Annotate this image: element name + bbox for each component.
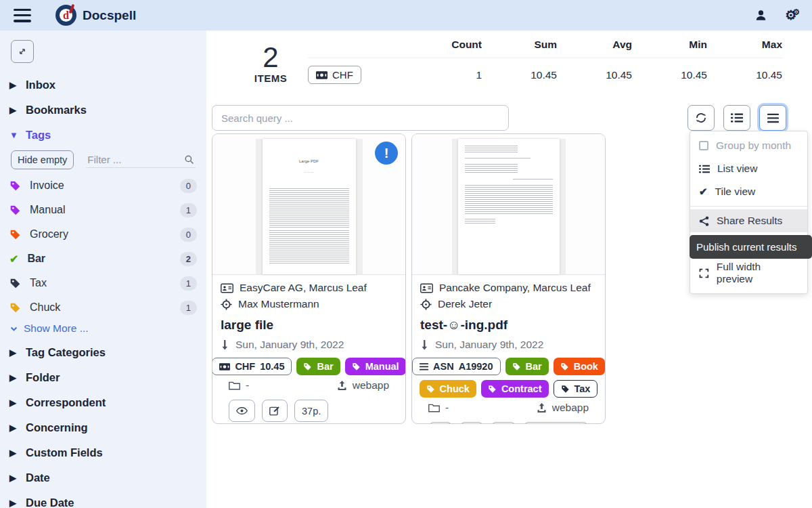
view-item-button[interactable]	[229, 400, 255, 422]
tag-icon	[9, 278, 21, 289]
tag-item-bar-selected[interactable]: ✔ Bar 2	[9, 247, 206, 271]
menu-item-tile-view[interactable]: ✔ Tile view	[690, 180, 807, 203]
tag-badge-chuck[interactable]: Chuck	[420, 380, 476, 398]
document-preview[interactable]: Large PDF — — — !	[212, 134, 405, 275]
folder-value: -	[246, 379, 249, 391]
menu-item-group-by-month[interactable]: Group by month	[690, 134, 807, 157]
item-card-large-file[interactable]: Large PDF — — — ! EasyCare AG, Marcus Le…	[212, 133, 406, 424]
publish-tooltip: Publish current results	[690, 235, 812, 259]
tag-icon	[352, 362, 361, 371]
sidebar-item-inbox[interactable]: ▶ Inbox	[9, 72, 206, 98]
asn-badge: ASNA19920	[412, 358, 500, 375]
chevron-right-icon: ▶	[9, 105, 16, 115]
amount-badge: CHF10.45	[212, 358, 292, 375]
sidebar-item-due-date[interactable]: ▶Due Date	[9, 490, 206, 508]
chevron-right-icon: ▶	[9, 373, 16, 383]
item-date-row: Sun, January 9th, 2022	[420, 339, 597, 351]
show-more-link[interactable]: Show More ...	[9, 320, 206, 340]
chevron-down-icon	[9, 324, 18, 333]
sidebar-item-tags[interactable]: ▼ Tags	[9, 123, 206, 148]
tag-filter-field	[86, 152, 196, 168]
tag-item-tax[interactable]: Tax 1	[9, 271, 206, 295]
bars-icon	[767, 113, 779, 123]
tag-badge-contract[interactable]: Contract	[481, 380, 549, 398]
correspondent-text: EasyCare AG, Marcus Leaf	[240, 282, 367, 294]
docspell-logo-icon: d	[55, 5, 76, 26]
page-count-button[interactable]: 1p.	[491, 422, 516, 424]
concerning-text: Max Mustermann	[238, 298, 319, 310]
stats-col-min: Min	[632, 39, 707, 51]
edit-icon	[269, 406, 280, 417]
tag-item-invoice[interactable]: Invoice 0	[9, 173, 206, 198]
tag-count-badge: 1	[180, 203, 197, 217]
tag-item-chuck[interactable]: Chuck 1	[9, 295, 206, 320]
checkbox-icon	[699, 141, 708, 150]
check-icon: ✔	[9, 253, 18, 266]
tag-count-badge: 1	[180, 276, 197, 291]
tag-item-grocery[interactable]: Grocery 0	[9, 222, 206, 247]
view-item-button[interactable]	[428, 422, 453, 424]
sidebar-item-correspondent[interactable]: ▶Correspondent	[9, 390, 206, 415]
stats-value-count: 1	[407, 69, 482, 81]
menu-button[interactable]	[759, 105, 786, 131]
tag-count-badge: 0	[180, 179, 197, 193]
edit-item-button[interactable]	[459, 422, 484, 424]
tag-item-manual[interactable]: Manual 1	[9, 198, 206, 222]
folder-value: -	[445, 402, 449, 414]
arrow-down-icon	[221, 339, 229, 350]
due-date-button[interactable]: 2022/01/29	[523, 422, 589, 424]
list-icon	[699, 165, 710, 173]
tag-icon	[560, 362, 569, 371]
item-title[interactable]: large file	[221, 318, 397, 333]
refresh-icon	[695, 112, 707, 124]
processing-gears-icon[interactable]: ⚙⚙	[785, 7, 796, 23]
chevron-right-icon: ▶	[9, 448, 16, 458]
items-count-value: 2	[247, 43, 294, 72]
arrow-down-icon	[420, 339, 428, 350]
sidebar-item-custom-fields[interactable]: ▶Custom Fields	[9, 440, 206, 465]
tag-count-badge: 2	[180, 252, 197, 266]
tag-count-badge: 1	[180, 301, 197, 315]
refresh-button[interactable]	[687, 105, 715, 131]
sidebar-item-concerning[interactable]: ▶Concerning	[9, 415, 206, 440]
tag-filter-input[interactable]	[87, 154, 184, 165]
tag-badge-manual[interactable]: Manual	[345, 358, 406, 375]
tag-icon	[9, 180, 21, 192]
tag-icon	[426, 385, 435, 394]
tag-icon	[303, 362, 312, 371]
sidebar-item-folder[interactable]: ▶Folder	[9, 365, 206, 390]
tag-badge-bar[interactable]: Bar	[505, 358, 549, 375]
menu-divider	[690, 206, 807, 207]
expand-sidebar-button[interactable]	[11, 40, 34, 63]
tag-badge-tax[interactable]: Tax	[554, 380, 598, 398]
sidebar-item-bookmarks[interactable]: ▶ Bookmarks	[9, 98, 206, 123]
edit-item-button[interactable]	[262, 400, 288, 422]
sidebar-toggle-icon[interactable]	[14, 9, 31, 22]
tag-badge-bar[interactable]: Bar	[296, 358, 340, 375]
item-card-test-ing-pdf[interactable]: Pancake Company, Marcus Leaf Derek Jeter…	[411, 133, 606, 424]
eye-icon	[236, 406, 248, 415]
menu-item-share-results[interactable]: Share Results	[690, 209, 807, 232]
sidebar-item-date[interactable]: ▶Date	[9, 465, 206, 490]
attention-badge-icon: !	[375, 142, 398, 165]
stats-row-chf: CHF 1 10.45 10.45 10.45 10.45	[308, 58, 782, 84]
page-count-button[interactable]: 37p.	[294, 400, 328, 422]
chevron-right-icon: ▶	[9, 473, 16, 483]
menu-item-full-width-preview[interactable]: Full width preview	[690, 255, 807, 291]
user-icon[interactable]	[754, 9, 767, 22]
bars-icon	[420, 363, 428, 371]
search-query-input[interactable]	[212, 105, 509, 131]
menu-item-list-view[interactable]: List view	[690, 157, 807, 180]
stats-table: Count Sum Avg Min Max CHF 1 10.45 10.45 …	[308, 39, 782, 84]
tag-badge-book[interactable]: Book	[554, 358, 605, 375]
sidebar-item-tag-categories[interactable]: ▶Tag Categories	[9, 340, 206, 365]
document-preview[interactable]	[412, 134, 605, 275]
stats-col-count: Count	[407, 39, 482, 51]
crosshairs-icon	[221, 299, 232, 310]
chevron-right-icon: ▶	[9, 80, 16, 90]
items-count: 2 ITEMS	[247, 43, 294, 84]
list-view-button[interactable]	[723, 105, 750, 131]
item-title[interactable]: test-☺-ing.pdf	[420, 318, 597, 333]
app-logo[interactable]: d Docspell	[55, 5, 136, 26]
hide-empty-button[interactable]: Hide empty	[11, 150, 74, 169]
